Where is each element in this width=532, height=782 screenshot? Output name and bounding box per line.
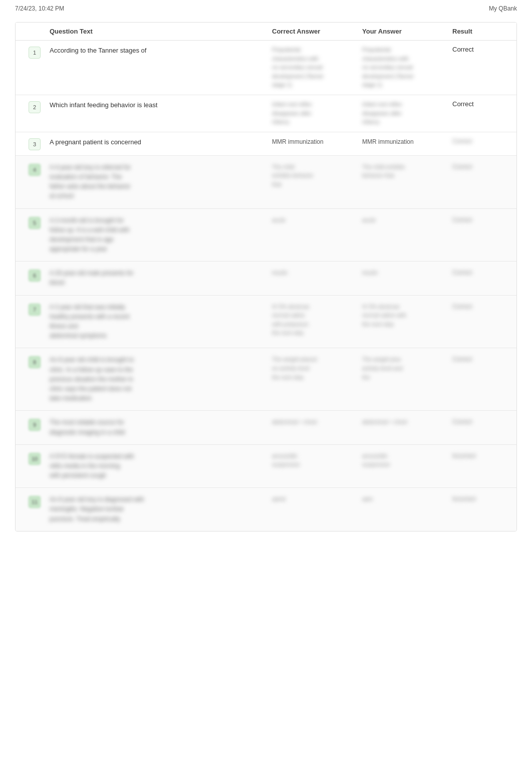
question-text: A 5YO female is suspected withotitis med… xyxy=(50,452,272,481)
result: Correct xyxy=(452,137,512,145)
number-badge: 4 xyxy=(29,164,41,176)
row-number: 10 xyxy=(20,452,50,465)
number-badge: 9 xyxy=(29,419,41,431)
table-row: 5 A 2-month-old is brought forfollow up.… xyxy=(16,209,516,262)
row-number: 11 xyxy=(20,495,50,508)
question-text: An 8 year old boy is diagnosed withmenin… xyxy=(50,495,272,524)
number-badge: 2 xyxy=(29,101,41,113)
your-answer: IV 5% dextrosenormal saline withthe next… xyxy=(362,303,452,329)
question-text: A 2-month-old is brought forfollow up. I… xyxy=(50,216,272,254)
correct-answer: MMR immunization xyxy=(272,137,362,146)
table-row: 9 The most reliable source fordiagnostic… xyxy=(16,411,516,444)
table-row: 7 A 3 year old that was initiallyhealthy… xyxy=(16,296,516,349)
col-header-correct: Correct Answer xyxy=(272,28,362,35)
result: Incorrect xyxy=(452,452,512,459)
result: Correct xyxy=(452,355,512,363)
row-number: 8 xyxy=(20,355,50,368)
correct-answer: abdominal + chest xyxy=(272,418,362,426)
row-number: 5 xyxy=(20,216,50,229)
col-header-your: Your Answer xyxy=(362,28,452,35)
correct-answer: Prepubertalcharacteristics withno second… xyxy=(272,46,362,90)
number-badge: 7 xyxy=(29,304,41,316)
table-row: 8 An 8 year old child is brought toclini… xyxy=(16,348,516,411)
col-header-question: Question Text xyxy=(50,28,272,35)
correct-answer: IV 5% dextrosenormal salinewith potassiu… xyxy=(272,303,362,338)
correct-answer: Infant root reflexdisappears afterinfanc… xyxy=(272,100,362,127)
correct-answer: insulin xyxy=(272,269,362,277)
question-text: A pregnant patient is concerned xyxy=(50,137,272,147)
table-row: 3 A pregnant patient is concerned MMR im… xyxy=(16,132,516,156)
result: Correct xyxy=(452,46,512,53)
correct-answer: admit xyxy=(272,495,362,503)
result: Incorrect xyxy=(452,495,512,502)
table-row: 4 A 4-year-old boy is referred forevalua… xyxy=(16,156,516,209)
your-answer: Infant root reflexdisappears afterinfanc… xyxy=(362,100,452,127)
row-number: 9 xyxy=(20,418,50,431)
table-row: 6 A 20-year-old male presents forblood i… xyxy=(16,262,516,295)
row-number: 1 xyxy=(20,46,50,59)
row-number: 4 xyxy=(20,163,50,176)
question-text: Which infant feeding behavior is least xyxy=(50,100,272,110)
results-table: Question Text Correct Answer Your Answer… xyxy=(15,22,517,532)
your-answer: acute xyxy=(362,216,452,224)
your-answer: adm xyxy=(362,495,452,503)
table-row: 10 A 5YO female is suspected withotitis … xyxy=(16,445,516,488)
row-number: 2 xyxy=(20,100,50,113)
number-badge: 8 xyxy=(29,356,41,368)
question-text: The most reliable source fordiagnostic i… xyxy=(50,418,272,437)
your-answer: Prepubertalcharacteristics withno second… xyxy=(362,46,452,90)
number-badge: 1 xyxy=(29,47,41,59)
question-text: According to the Tanner stages of xyxy=(50,46,272,56)
number-badge: 3 xyxy=(29,138,41,150)
correct-answer: acute xyxy=(272,216,362,224)
timestamp: 7/24/23, 10:42 PM xyxy=(15,5,64,12)
table-row: 2 Which infant feeding behavior is least… xyxy=(16,95,516,132)
number-badge: 6 xyxy=(29,270,41,282)
question-text: An 8 year old child is brought toclinic.… xyxy=(50,355,272,403)
number-badge: 11 xyxy=(29,496,41,508)
result: Correct xyxy=(452,100,512,108)
correct-answer: The weight placedon activity levelthe ne… xyxy=(272,355,362,382)
question-text: A 3 year old that was initiallyhealthy p… xyxy=(50,303,272,341)
row-number: 6 xyxy=(20,269,50,282)
your-answer: The weight plusactivity level andthe xyxy=(362,355,452,382)
result: Correct xyxy=(452,303,512,310)
your-answer: MMR immunization xyxy=(362,137,452,146)
col-header-num xyxy=(20,28,50,35)
table-header: Question Text Correct Answer Your Answer… xyxy=(16,23,516,41)
table-row: 1 According to the Tanner stages of Prep… xyxy=(16,41,516,95)
app-title: My QBank xyxy=(489,5,517,12)
number-badge: 10 xyxy=(29,453,41,465)
your-answer: abdominal + chest xyxy=(362,418,452,426)
number-badge: 5 xyxy=(29,217,41,229)
row-number: 7 xyxy=(20,303,50,316)
your-answer: The child exhibitsbehavior that xyxy=(362,163,452,180)
question-text: A 4-year-old boy is referred forevaluati… xyxy=(50,163,272,201)
correct-answer: The childexhibits behaviorthat xyxy=(272,163,362,189)
result: Correct xyxy=(452,163,512,170)
your-answer: insulin xyxy=(362,269,452,277)
your-answer: amoxicillinsuspension xyxy=(362,452,452,469)
result: Correct xyxy=(452,269,512,276)
col-header-result: Result xyxy=(452,28,512,35)
row-number: 3 xyxy=(20,137,50,150)
question-text: A 20-year-old male presents forblood xyxy=(50,269,272,288)
correct-answer: amoxicillinsuspension xyxy=(272,452,362,469)
result: Correct xyxy=(452,216,512,223)
table-row: 11 An 8 year old boy is diagnosed withme… xyxy=(16,488,516,531)
result: Correct xyxy=(452,418,512,425)
